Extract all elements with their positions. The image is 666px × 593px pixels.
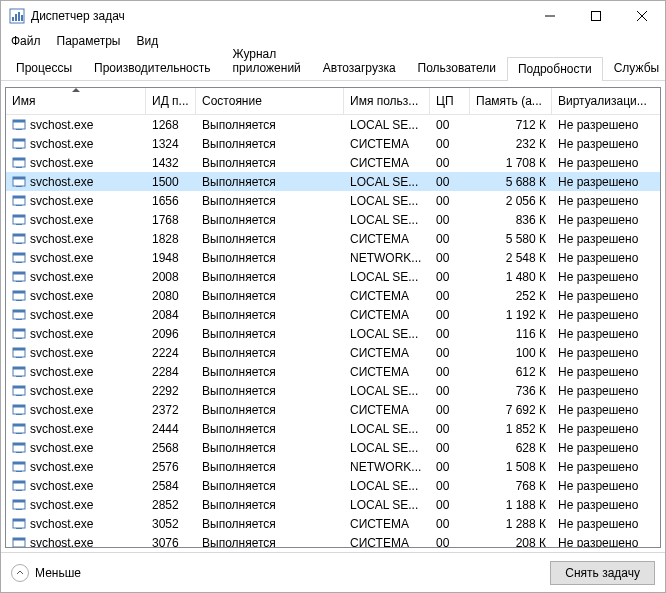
minimize-button[interactable] <box>527 1 573 31</box>
tab-details[interactable]: Подробности <box>507 57 603 81</box>
cell-pid: 1768 <box>146 213 196 227</box>
table-row[interactable]: svchost.exe2080ВыполняетсяСИСТЕМА00252 К… <box>6 286 660 305</box>
cell-cpu: 00 <box>430 384 470 398</box>
cell-cpu: 00 <box>430 194 470 208</box>
table-body[interactable]: svchost.exe1268ВыполняетсяLOCAL SE...007… <box>6 115 660 547</box>
cell-memory: 736 К <box>470 384 552 398</box>
cell-user: LOCAL SE... <box>344 270 430 284</box>
cell-status: Выполняется <box>196 270 344 284</box>
col-virt[interactable]: Виртуализаци... <box>552 88 660 114</box>
svg-rect-62 <box>16 452 22 453</box>
cell-pid: 1268 <box>146 118 196 132</box>
col-memory[interactable]: Память (а... <box>470 88 552 114</box>
col-status[interactable]: Состояние <box>196 88 344 114</box>
menu-options[interactable]: Параметры <box>51 32 127 50</box>
cell-cpu: 00 <box>430 536 470 548</box>
table-row[interactable]: svchost.exe1432ВыполняетсяСИСТЕМА001 708… <box>6 153 660 172</box>
table-row[interactable]: svchost.exe2444ВыполняетсяLOCAL SE...001… <box>6 419 660 438</box>
title-bar: Диспетчер задач <box>1 1 665 31</box>
tab-services[interactable]: Службы <box>603 56 666 80</box>
table-row[interactable]: svchost.exe2284ВыполняетсяСИСТЕМА00612 К… <box>6 362 660 381</box>
col-user[interactable]: Имя польз... <box>344 88 430 114</box>
cell-name: svchost.exe <box>6 479 146 493</box>
table-row[interactable]: svchost.exe2372ВыполняетсяСИСТЕМА007 692… <box>6 400 660 419</box>
svg-rect-52 <box>13 386 25 389</box>
close-button[interactable] <box>619 1 665 31</box>
col-pid[interactable]: ИД п... <box>146 88 196 114</box>
cell-name: svchost.exe <box>6 213 146 227</box>
table-row[interactable]: svchost.exe1768ВыполняетсяLOCAL SE...008… <box>6 210 660 229</box>
end-task-button[interactable]: Снять задачу <box>550 561 655 585</box>
cell-memory: 2 548 К <box>470 251 552 265</box>
table-row[interactable]: svchost.exe3076ВыполняетсяСИСТЕМА00208 К… <box>6 533 660 547</box>
cell-user: LOCAL SE... <box>344 479 430 493</box>
table-row[interactable]: svchost.exe1500ВыполняетсяLOCAL SE...005… <box>6 172 660 191</box>
cell-cpu: 00 <box>430 137 470 151</box>
table-row[interactable]: svchost.exe2568ВыполняетсяLOCAL SE...006… <box>6 438 660 457</box>
svg-rect-55 <box>13 405 25 408</box>
tab-app-history[interactable]: Журнал приложений <box>222 42 312 80</box>
table-row[interactable]: svchost.exe2576ВыполняетсяNETWORK...001 … <box>6 457 660 476</box>
col-cpu[interactable]: ЦП <box>430 88 470 114</box>
table-row[interactable]: svchost.exe1656ВыполняетсяLOCAL SE...002… <box>6 191 660 210</box>
cell-memory: 1 192 К <box>470 308 552 322</box>
svg-rect-3 <box>18 12 20 21</box>
table-row[interactable]: svchost.exe1324ВыполняетсяСИСТЕМА00232 К… <box>6 134 660 153</box>
svg-rect-17 <box>16 167 22 168</box>
table-row[interactable]: svchost.exe1948ВыполняетсяNETWORK...002 … <box>6 248 660 267</box>
tab-performance[interactable]: Производительность <box>83 56 221 80</box>
cell-name: svchost.exe <box>6 175 146 189</box>
menu-file[interactable]: Файл <box>5 32 47 50</box>
table-row[interactable]: svchost.exe2096ВыполняетсяLOCAL SE...001… <box>6 324 660 343</box>
cell-pid: 2584 <box>146 479 196 493</box>
cell-status: Выполняется <box>196 308 344 322</box>
col-name[interactable]: Имя <box>6 88 146 114</box>
table-row[interactable]: svchost.exe2008ВыполняетсяLOCAL SE...001… <box>6 267 660 286</box>
cell-cpu: 00 <box>430 517 470 531</box>
cell-status: Выполняется <box>196 137 344 151</box>
fewer-details-button[interactable]: Меньше <box>11 564 81 582</box>
cell-name: svchost.exe <box>6 460 146 474</box>
chevron-up-icon <box>11 564 29 582</box>
cell-status: Выполняется <box>196 498 344 512</box>
svg-rect-29 <box>16 243 22 244</box>
cell-status: Выполняется <box>196 384 344 398</box>
tab-processes[interactable]: Процессы <box>5 56 83 80</box>
svg-rect-37 <box>13 291 25 294</box>
cell-status: Выполняется <box>196 327 344 341</box>
table-row[interactable]: svchost.exe2224ВыполняетсяСИСТЕМА00100 К… <box>6 343 660 362</box>
cell-user: СИСТЕМА <box>344 536 430 548</box>
svg-rect-68 <box>16 490 22 491</box>
cell-name: svchost.exe <box>6 384 146 398</box>
table-row[interactable]: svchost.exe2084ВыполняетсяСИСТЕМА001 192… <box>6 305 660 324</box>
cell-name: svchost.exe <box>6 118 146 132</box>
tab-startup[interactable]: Автозагрузка <box>312 56 407 80</box>
table-row[interactable]: svchost.exe1828ВыполняетсяСИСТЕМА005 580… <box>6 229 660 248</box>
cell-memory: 1 852 К <box>470 422 552 436</box>
svg-rect-59 <box>16 433 22 434</box>
table-row[interactable]: svchost.exe2852ВыполняетсяLOCAL SE...001… <box>6 495 660 514</box>
cell-pid: 2096 <box>146 327 196 341</box>
cell-virt: Не разрешено <box>552 137 660 151</box>
cell-user: СИСТЕМА <box>344 346 430 360</box>
maximize-button[interactable] <box>573 1 619 31</box>
cell-status: Выполняется <box>196 118 344 132</box>
svg-rect-11 <box>16 129 22 130</box>
cell-cpu: 00 <box>430 156 470 170</box>
svg-rect-43 <box>13 329 25 332</box>
cell-virt: Не разрешено <box>552 422 660 436</box>
cell-status: Выполняется <box>196 403 344 417</box>
menu-view[interactable]: Вид <box>130 32 164 50</box>
cell-name: svchost.exe <box>6 327 146 341</box>
window-controls <box>527 1 665 31</box>
table-row[interactable]: svchost.exe1268ВыполняетсяLOCAL SE...007… <box>6 115 660 134</box>
tab-users[interactable]: Пользователи <box>407 56 507 80</box>
cell-virt: Не разрешено <box>552 251 660 265</box>
menu-bar: Файл Параметры Вид <box>1 31 665 51</box>
table-row[interactable]: svchost.exe2584ВыполняетсяLOCAL SE...007… <box>6 476 660 495</box>
svg-rect-41 <box>16 319 22 320</box>
cell-virt: Не разрешено <box>552 327 660 341</box>
table-row[interactable]: svchost.exe3052ВыполняетсяСИСТЕМА001 288… <box>6 514 660 533</box>
cell-user: СИСТЕМА <box>344 365 430 379</box>
table-row[interactable]: svchost.exe2292ВыполняетсяLOCAL SE...007… <box>6 381 660 400</box>
